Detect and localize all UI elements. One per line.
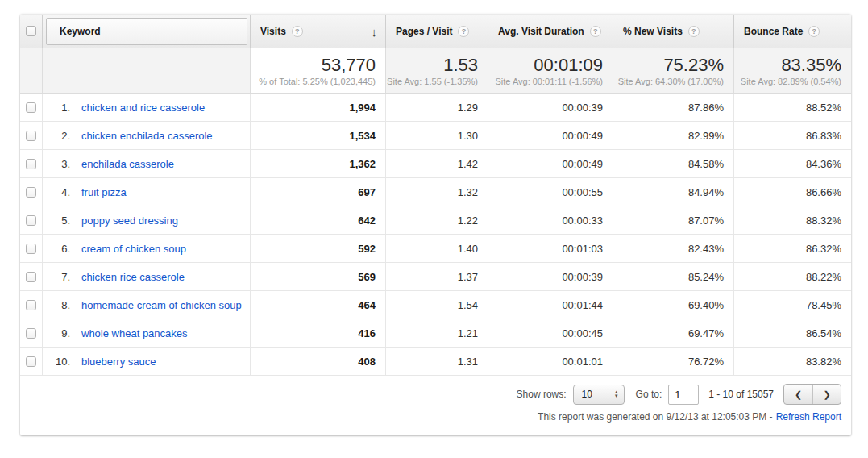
next-page-button[interactable]: ❯ [812,385,841,404]
visits-value: 642 [250,206,385,234]
pages-visit-value: 1.37 [385,263,488,290]
help-icon[interactable]: ? [688,26,700,37]
refresh-report-link[interactable]: Refresh Report [776,411,841,423]
pct-new-visits-value: 87.07% [613,206,733,234]
new-visits-header-label: % New Visits [623,26,683,37]
bounce-rate-value: 88.32% [733,206,851,234]
keyword-link[interactable]: enchilada casserole [81,158,174,170]
table-row: 7. chicken rice casserole 569 1.37 00:00… [20,263,851,291]
duration-header-label: Avg. Visit Duration [498,26,584,37]
pct-new-visits-total: 75.23% [663,56,724,75]
pages-visit-value: 1.21 [385,319,488,347]
pages-visit-total-sub: Site Avg: 1.55 (-1.35%) [387,77,478,86]
column-header-bounce-rate[interactable]: Bounce Rate ? [733,15,851,48]
avg-duration-total-sub: Site Avg: 00:01:11 (-1.56%) [495,77,603,86]
avg-duration-value: 00:00:33 [488,206,613,234]
pct-new-visits-value: 87.86% [613,94,733,121]
visits-total-sub: % of Total: 5.25% (1,023,445) [259,77,376,86]
row-checkbox-cell [20,150,42,177]
bounce-rate-value: 86.66% [733,178,851,206]
visits-total: 53,770 [322,56,376,75]
keyword-link[interactable]: blueberry sauce [81,356,156,368]
table-row: 10. blueberry sauce 408 1.31 00:01:01 76… [20,348,851,376]
keyword-link[interactable]: poppy seed dressing [81,214,178,227]
visits-header-label: Visits [260,26,286,37]
pages-visit-value: 1.42 [385,150,488,177]
visits-value: 697 [250,178,385,206]
row-checkbox[interactable] [26,131,36,141]
avg-duration-value: 00:01:44 [488,291,613,319]
row-checkbox[interactable] [26,187,36,198]
row-checkbox[interactable] [26,356,36,367]
visits-value: 464 [250,291,385,319]
keyword-header-box[interactable]: Keyword [46,18,247,45]
keyword-cell: 8. homemade cream of chicken soup [42,291,250,319]
keyword-link[interactable]: chicken and rice casserole [81,102,205,114]
pagination-controls: Show rows: 10 ▲▼ Go to: 1 - 10 of 15057 … [20,376,851,405]
table-row: 3. enchilada casserole 1,362 1.42 00:00:… [20,150,851,178]
sort-desc-icon[interactable]: ↓ [372,24,378,38]
pages-header-label: Pages / Visit [396,26,452,37]
visits-value: 416 [250,319,385,347]
table-row: 2. chicken enchilada casserole 1,534 1.3… [20,122,851,150]
show-rows-value: 10 [582,389,592,400]
row-number: 4. [44,186,70,198]
row-checkbox-cell [20,291,42,319]
avg-duration-value: 00:00:39 [488,94,613,121]
row-checkbox[interactable] [26,272,36,282]
summary-empty-cell [42,48,250,93]
bounce-rate-value: 88.52% [733,94,851,121]
row-number: 6. [44,243,70,255]
column-header-pages-visit[interactable]: Pages / Visit ? [385,15,488,48]
row-checkbox-cell [20,348,42,375]
bounce-rate-total: 83.35% [781,56,841,75]
pages-visit-total: 1.53 [443,56,478,75]
avg-duration-value: 00:00:49 [488,150,613,177]
help-icon[interactable]: ? [808,26,820,37]
keyword-cell: 2. chicken enchilada casserole [42,122,250,149]
row-checkbox[interactable] [26,102,36,113]
row-number: 1. [44,102,70,114]
avg-duration-value: 00:00:39 [488,263,613,290]
bounce-rate-total-sub: Site Avg: 82.89% (0.54%) [741,77,841,86]
column-header-pct-new-visits[interactable]: % New Visits ? [613,15,733,48]
keyword-link[interactable]: chicken enchilada casserole [81,130,213,142]
show-rows-label: Show rows: [517,389,567,400]
column-header-avg-visit-duration[interactable]: Avg. Visit Duration ? [488,15,613,48]
table-row: 5. poppy seed dressing 642 1.22 00:00:33… [20,206,851,235]
keyword-cell: 1. chicken and rice casserole [42,94,250,121]
row-checkbox[interactable] [26,328,36,339]
goto-page-input[interactable] [668,385,699,405]
row-checkbox[interactable] [26,300,36,310]
row-checkbox[interactable] [26,159,36,169]
select-all-checkbox[interactable] [26,26,36,36]
keyword-link[interactable]: whole wheat pancakes [81,327,188,339]
show-rows-select[interactable]: 10 ▲▼ [573,385,625,405]
column-header-visits[interactable]: Visits ? ↓ [250,15,385,48]
keyword-cell: 9. whole wheat pancakes [42,319,250,347]
avg-duration-value: 00:00:49 [488,122,613,149]
keyword-link[interactable]: homemade cream of chicken soup [81,299,242,311]
pages-visit-value: 1.31 [385,348,488,375]
summary-pages-visit: 1.53 Site Avg: 1.55 (-1.35%) [385,48,488,93]
analytics-report-table: Keyword Visits ? ↓ Pages / Visit ? Avg. … [20,15,851,435]
row-checkbox-cell [20,94,42,121]
keyword-cell: 10. blueberry sauce [42,348,250,375]
help-icon[interactable]: ? [292,26,303,37]
visits-value: 569 [250,263,385,290]
report-generated-text: This report was generated on 9/12/13 at … [538,411,773,423]
help-icon[interactable]: ? [590,26,601,37]
pct-new-visits-value: 85.24% [613,263,733,290]
keyword-header-label: Keyword [60,26,101,37]
table-row: 1. chicken and rice casserole 1,994 1.29… [20,94,851,122]
row-checkbox[interactable] [26,215,36,226]
keyword-link[interactable]: fruit pizza [81,186,127,198]
row-number: 9. [44,327,70,339]
row-checkbox[interactable] [26,244,36,254]
prev-page-button[interactable]: ❮ [784,385,812,404]
table-row: 4. fruit pizza 697 1.32 00:00:55 84.94% … [20,178,851,206]
table-body: 1. chicken and rice casserole 1,994 1.29… [20,94,851,376]
keyword-link[interactable]: cream of chicken soup [81,243,186,255]
keyword-link[interactable]: chicken rice casserole [81,271,185,283]
help-icon[interactable]: ? [458,26,469,37]
